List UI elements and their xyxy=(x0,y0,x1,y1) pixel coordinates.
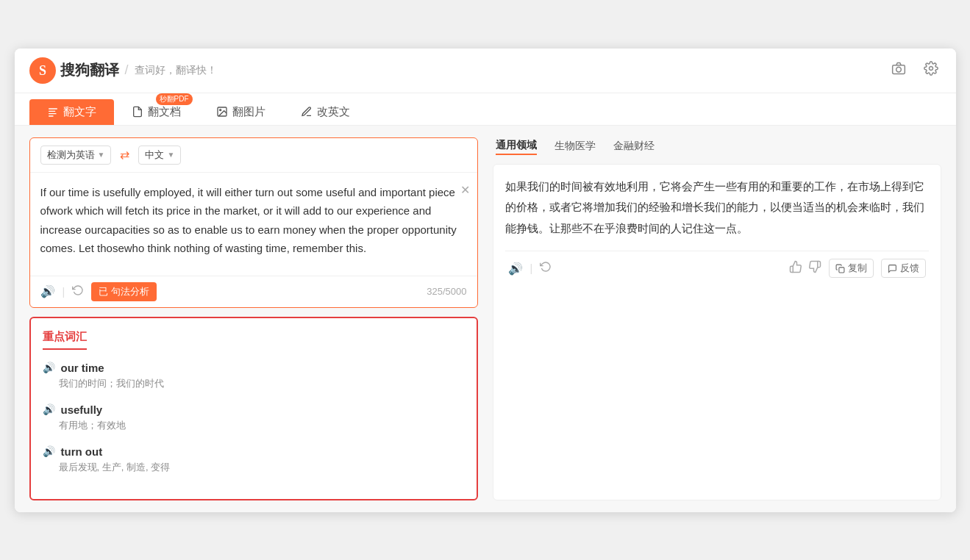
result-box: 如果我们的时间被有效地利用，它将会产生一些有用的和重要的工作，在市场上得到它的价… xyxy=(493,164,941,500)
refresh-icon-input[interactable] xyxy=(72,284,84,298)
vocab-item-0: 🔊 our time 我们的时间；我们的时代 xyxy=(43,362,465,390)
settings-icon[interactable] xyxy=(921,58,941,82)
svg-rect-6 xyxy=(49,111,55,112)
domain-tab-finance[interactable]: 金融财经 xyxy=(613,138,655,154)
speaker-icon-vocab-1[interactable]: 🔊 xyxy=(43,403,55,415)
feedback-button[interactable]: 反馈 xyxy=(881,259,926,278)
vocab-box: 重点词汇 🔊 our time 我们的时间；我们的时代 🔊 usefully 有… xyxy=(29,317,478,500)
main-content: 检测为英语 ▼ ⇄ 中文 ▼ If our time is usefully e… xyxy=(15,126,956,512)
vocab-title: 重点词汇 xyxy=(43,330,87,350)
char-count: 325/5000 xyxy=(427,286,466,297)
speaker-icon-input[interactable]: 🔊 xyxy=(40,284,55,298)
copy-icon xyxy=(835,264,845,273)
domain-tab-bio[interactable]: 生物医学 xyxy=(554,138,596,154)
vocab-word-0: our time xyxy=(61,362,104,374)
swap-lang-button[interactable]: ⇄ xyxy=(117,148,132,162)
tab-doc[interactable]: 秒翻PDF 翻文档 xyxy=(114,99,199,125)
result-footer: 🔊 | xyxy=(505,251,929,278)
vocab-word-2: turn out xyxy=(61,445,103,458)
domain-tabs: 通用领域 生物医学 金融财经 xyxy=(493,137,941,164)
svg-rect-5 xyxy=(49,108,57,109)
svg-rect-8 xyxy=(49,115,54,116)
header-icons xyxy=(888,58,941,82)
header: S 搜狗翻译 / 查词好，翻译快！ xyxy=(15,49,956,93)
target-lang-select[interactable]: 中文 ▼ xyxy=(138,146,181,165)
speaker-icon-vocab-2[interactable]: 🔊 xyxy=(43,445,55,457)
thumbdown-button[interactable] xyxy=(808,260,821,277)
svg-text:S: S xyxy=(38,63,46,78)
source-lang-arrow: ▼ xyxy=(98,151,105,159)
clear-input-button[interactable]: ✕ xyxy=(460,180,470,200)
speaker-icon-result[interactable]: 🔊 xyxy=(508,262,523,276)
tab-text-icon xyxy=(47,106,59,118)
right-panel: 通用领域 生物医学 金融财经 如果我们的时间被有效地利用，它将会产生一些有用的和… xyxy=(493,137,941,500)
tab-english[interactable]: 改英文 xyxy=(283,99,368,125)
thumbs-row xyxy=(789,260,821,277)
tab-doc-badge: 秒翻PDF xyxy=(156,93,193,105)
syntax-analysis-button[interactable]: 已 句法分析 xyxy=(91,282,157,301)
source-lang-select[interactable]: 检测为英语 ▼ xyxy=(40,146,112,165)
translate-box-header: 检测为英语 ▼ ⇄ 中文 ▼ xyxy=(30,138,477,173)
tab-english-icon xyxy=(301,106,313,118)
vocab-meaning-2: 最后发现, 生产, 制造, 变得 xyxy=(43,461,465,474)
input-text-area: If our time is usefully employed, it wil… xyxy=(30,173,477,276)
vocab-item-2: 🔊 turn out 最后发现, 生产, 制造, 变得 xyxy=(43,445,465,474)
result-text: 如果我们的时间被有效地利用，它将会产生一些有用的和重要的工作，在市场上得到它的价… xyxy=(505,176,929,240)
translate-box-footer: 🔊 | 已 句法分析 325/5000 xyxy=(30,276,477,307)
svg-rect-11 xyxy=(838,267,844,272)
svg-point-3 xyxy=(896,67,901,72)
left-panel: 检测为英语 ▼ ⇄ 中文 ▼ If our time is usefully e… xyxy=(29,137,478,500)
logo: S 搜狗翻译 xyxy=(29,57,119,84)
copy-button[interactable]: 复制 xyxy=(829,259,874,278)
tab-image-icon xyxy=(216,106,228,118)
refresh-icon-result[interactable] xyxy=(540,261,552,276)
tab-doc-icon xyxy=(132,106,143,118)
app-slogan: 查词好，翻译快！ xyxy=(135,64,217,77)
translate-box: 检测为英语 ▼ ⇄ 中文 ▼ If our time is usefully e… xyxy=(29,137,478,308)
vocab-item-1: 🔊 usefully 有用地；有效地 xyxy=(43,403,465,432)
vocab-meaning-1: 有用地；有效地 xyxy=(43,419,465,432)
camera-icon[interactable] xyxy=(888,58,909,82)
logo-icon: S xyxy=(29,57,56,84)
tabs-bar: 翻文字 秒翻PDF 翻文档 翻图片 改英文 xyxy=(15,93,956,126)
app-name: 搜狗翻译 xyxy=(60,60,119,80)
svg-point-4 xyxy=(929,67,932,71)
feedback-icon xyxy=(888,264,897,273)
speaker-icon-vocab-0[interactable]: 🔊 xyxy=(43,362,55,373)
svg-rect-7 xyxy=(49,113,57,114)
target-lang-arrow: ▼ xyxy=(167,151,174,159)
tab-image[interactable]: 翻图片 xyxy=(199,99,283,125)
tab-text[interactable]: 翻文字 xyxy=(29,99,114,125)
vocab-meaning-0: 我们的时间；我们的时代 xyxy=(43,377,465,390)
thumbup-button[interactable] xyxy=(789,260,802,277)
domain-tab-general[interactable]: 通用领域 xyxy=(496,137,537,155)
vocab-word-1: usefully xyxy=(61,403,103,416)
svg-point-10 xyxy=(219,110,221,111)
